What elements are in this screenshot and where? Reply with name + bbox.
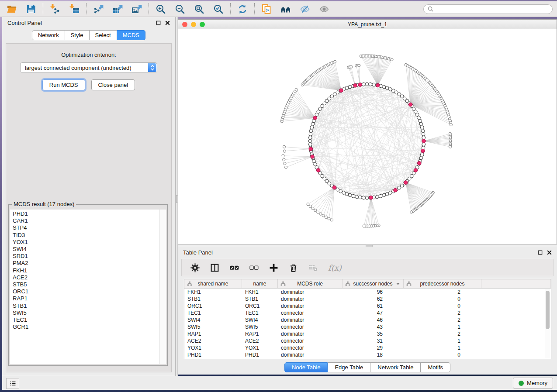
mcds-result-item[interactable]: GCR1 [10, 323, 159, 330]
function-icon: f(x) [328, 263, 342, 272]
table-row[interactable]: PHD1PHD1dominator180 [184, 351, 551, 358]
mcds-result-item[interactable]: STB5 [10, 281, 159, 288]
table-scrollbar[interactable] [545, 289, 550, 358]
main-toolbar [0, 1, 557, 17]
column-label: MCDS role [297, 281, 323, 287]
control-panel-title: Control Panel [7, 20, 42, 26]
hide-selected-button[interactable] [299, 3, 311, 15]
window-close-button[interactable] [182, 22, 187, 27]
show-columns-icon [210, 263, 219, 272]
zoom-selected-button[interactable] [213, 3, 224, 15]
mcds-result-item[interactable]: STP4 [10, 224, 159, 231]
save-session-icon [26, 4, 36, 14]
table-cell: 2 [404, 317, 481, 323]
mcds-result-item[interactable]: CAR1 [10, 217, 159, 224]
show-all-button[interactable] [318, 3, 330, 15]
run-mcds-button[interactable]: Run MCDS [42, 79, 85, 90]
table-row[interactable]: ORC1ORC1dominator610 [184, 303, 551, 309]
list-icon [9, 380, 17, 387]
table-row[interactable]: STB1STB1dominator620 [184, 296, 551, 303]
zoom-in-button[interactable] [155, 3, 166, 15]
close-mcds-panel-button[interactable]: Close panel [91, 79, 135, 90]
export-image-button[interactable] [131, 3, 142, 15]
tab-edge-table[interactable]: Edge Table [328, 362, 370, 372]
mcds-result-item[interactable]: TEC1 [10, 316, 159, 323]
column-header-name[interactable]: name [242, 279, 278, 288]
search-box[interactable] [423, 4, 553, 14]
table-row[interactable]: SWI5SWI5connector431 [184, 323, 551, 330]
table-panel: Table Panel f(x) shared namenameMCDS rol… [178, 247, 557, 375]
column-header-predecessor-nodes[interactable]: predecessor nodes [404, 279, 481, 288]
float-panel-icon[interactable] [156, 21, 161, 25]
refresh-view-button[interactable] [237, 3, 248, 15]
tab-node-table[interactable]: Node Table [284, 362, 328, 372]
criterion-dropdown[interactable]: largest connected component (undirected) [20, 62, 157, 73]
network-view-canvas[interactable] [178, 29, 557, 244]
mcds-result-item[interactable]: SRD1 [10, 253, 159, 260]
delete-columns-button[interactable] [289, 263, 298, 272]
table-cell: connector [278, 338, 343, 344]
window-minimize-button[interactable] [191, 22, 196, 27]
export-table-button[interactable] [112, 3, 123, 15]
zoom-fit-button[interactable] [194, 3, 205, 15]
window-zoom-button[interactable] [200, 22, 205, 27]
column-header-successor-nodes[interactable]: successor nodes [343, 279, 404, 288]
save-session-button[interactable] [25, 3, 37, 15]
scrollbar-thumb[interactable] [546, 291, 550, 329]
mcds-result-item[interactable]: ACE2 [10, 274, 159, 281]
table-cell: YOX1 [242, 345, 278, 351]
column-label: shared name [197, 281, 228, 287]
mcds-result-item[interactable]: FKH1 [10, 267, 159, 274]
tab-mcds[interactable]: MCDS [117, 30, 145, 40]
mcds-result-item[interactable]: YOX1 [10, 239, 159, 246]
table-row[interactable]: YOX1YOX1connector291 [184, 344, 551, 351]
table-row[interactable]: RAP1RAP1dominator352 [184, 330, 551, 337]
tab-select[interactable]: Select [90, 30, 117, 40]
mcds-result-item[interactable]: ORC1 [10, 288, 159, 295]
mcds-result-item[interactable]: TID3 [10, 232, 159, 239]
select-all-button[interactable] [230, 263, 239, 272]
mcds-result-item[interactable]: SWI4 [10, 246, 159, 253]
table-cell: 35 [343, 331, 404, 337]
change-table-mode-button[interactable] [190, 263, 200, 272]
tab-network-table[interactable]: Network Table [370, 362, 421, 372]
column-label: predecessor nodes [420, 281, 464, 287]
table-row[interactable]: ACE2ACE2connector311 [184, 337, 551, 344]
float-panel-icon[interactable] [538, 250, 543, 255]
close-panel-icon[interactable] [547, 250, 552, 255]
table-cell: FKH1 [184, 289, 242, 295]
table-row[interactable]: FKH1FKH1dominator962 [184, 289, 551, 296]
table-cell: 31 [343, 338, 404, 344]
tab-style[interactable]: Style [65, 30, 90, 40]
export-network-button[interactable] [93, 3, 104, 15]
table-cell: dominator [278, 317, 343, 323]
close-panel-icon[interactable] [165, 21, 170, 25]
clone-network-button[interactable] [261, 3, 272, 15]
tab-network[interactable]: Network [32, 30, 65, 40]
zoom-out-button[interactable] [174, 3, 186, 15]
mcds-result-item[interactable]: PHD1 [10, 210, 159, 217]
create-column-button[interactable] [269, 263, 278, 272]
deselect-all-button[interactable] [249, 263, 259, 272]
mcds-result-item[interactable]: PMA2 [10, 260, 159, 267]
result-list-scrollbar[interactable] [159, 210, 166, 364]
table-row[interactable]: TEC1TEC1connector472 [184, 309, 551, 316]
column-header-mcds-role[interactable]: MCDS role [278, 279, 343, 288]
open-folder-button[interactable] [6, 3, 17, 15]
memory-button[interactable]: Memory [513, 378, 553, 389]
tab-motifs[interactable]: Motifs [421, 362, 450, 372]
mcds-result-item[interactable]: STB1 [10, 303, 159, 309]
table-row[interactable]: SWI4SWI4dominator462 [184, 316, 551, 323]
table-cell: 47 [343, 310, 404, 316]
table-cell: dominator [278, 289, 343, 295]
import-table-button[interactable] [69, 3, 80, 15]
column-header-shared-name[interactable]: shared name [184, 279, 242, 288]
first-neighbors-button[interactable] [280, 3, 291, 15]
mcds-result-item[interactable]: SWI5 [10, 309, 159, 316]
task-history-button[interactable] [6, 378, 19, 389]
mcds-result-item[interactable]: RAP1 [10, 295, 159, 302]
show-columns-button[interactable] [210, 263, 219, 272]
import-network-button[interactable] [49, 3, 61, 15]
search-input[interactable] [436, 6, 548, 13]
network-window: YPA_prune.txt_1 [178, 19, 557, 244]
